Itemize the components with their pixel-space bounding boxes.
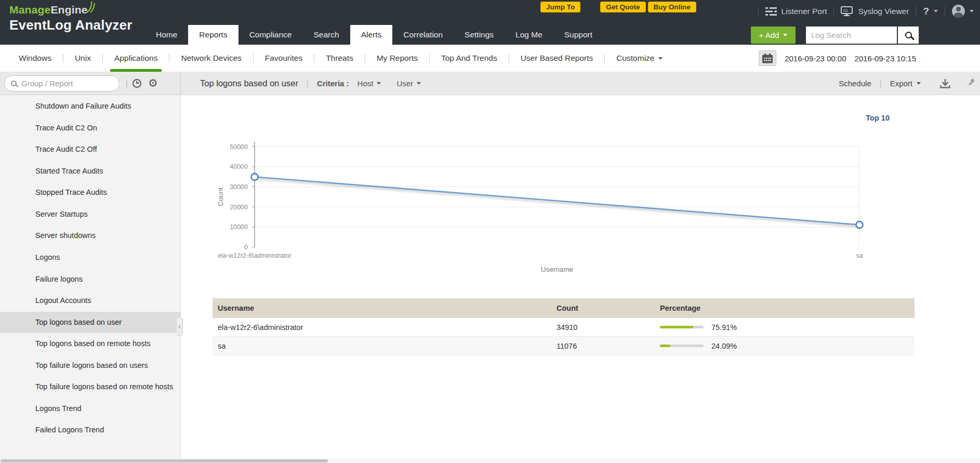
listener-port-label: Listener Port — [782, 7, 827, 16]
group-report-search-input[interactable] — [21, 79, 113, 88]
calendar-button[interactable] — [759, 50, 776, 66]
report-actions: Schedule | Export — [839, 72, 976, 95]
table-row[interactable]: ela-w12r2-6\administrator 34910 75.91% — [213, 318, 915, 337]
sidebar-item-top-logons-based-on-user[interactable]: Top logons based on user — [0, 312, 180, 334]
subnav-tab-unix[interactable]: Unix — [63, 45, 102, 72]
subnav-tab-label: Network Devices — [181, 54, 241, 63]
sidebar-item-logons[interactable]: Logons — [0, 247, 180, 269]
svg-text:30000: 30000 — [230, 183, 248, 191]
nav-tab-search[interactable]: Search — [303, 25, 350, 45]
chevron-down-icon — [417, 82, 421, 85]
subnav-tab-label: User Based Reports — [521, 54, 593, 63]
chevron-down-icon — [917, 82, 921, 85]
nav-tab-correlation[interactable]: Correlation — [392, 25, 454, 45]
report-category-nav: WindowsUnixApplicationsNetwork DevicesFa… — [0, 45, 980, 72]
log-search-input[interactable] — [806, 27, 897, 44]
svg-text:Count: Count — [217, 187, 224, 206]
export-dropdown[interactable]: Export — [890, 79, 921, 88]
report-sidebar: Shutdown and Failure AuditsTrace Audit C… — [0, 95, 181, 463]
promo-buy-online-button[interactable]: Buy Online — [648, 2, 696, 12]
percentage-bar-fill — [660, 326, 693, 328]
subnav-tab-threats[interactable]: Threats — [314, 45, 365, 72]
sidebar-item-trace-audit-c2-on[interactable]: Trace Audit C2 On — [0, 117, 180, 139]
date-to[interactable]: 2016-09-23 10:15 — [855, 54, 916, 63]
chevron-down-icon — [970, 10, 974, 12]
subnav-tab-network-devices[interactable]: Network Devices — [169, 45, 253, 72]
help-menu[interactable]: ? — [923, 6, 938, 17]
date-from[interactable]: 2016-09-23 00:00 — [785, 54, 846, 63]
subnav-tab-customize[interactable]: Customize — [605, 45, 674, 72]
nav-tab-log-me[interactable]: Log Me — [505, 25, 553, 45]
sidebar-item-top-logons-based-on-remote-hosts[interactable]: Top logons based on remote hosts — [0, 333, 180, 355]
sidebar-item-stopped-trace-audits[interactable]: Stopped Trace Audits — [0, 182, 180, 204]
subnav-tab-windows[interactable]: Windows — [7, 45, 63, 72]
criteria-user-dropdown[interactable]: User — [396, 79, 421, 88]
nav-tab-compliance[interactable]: Compliance — [239, 25, 303, 45]
schedule-button[interactable]: Schedule — [839, 79, 871, 88]
download-button[interactable] — [939, 78, 951, 89]
col-header-count: Count — [557, 304, 660, 312]
promo-get-quote-button[interactable]: Get Quote — [600, 2, 645, 12]
divider — [758, 6, 759, 16]
sidebar-item-server-shutdowns[interactable]: Server shutdowns — [0, 225, 180, 247]
table-row[interactable]: sa 11076 24.09% — [213, 337, 915, 355]
nav-tab-reports[interactable]: Reports — [188, 25, 238, 45]
sidebar-item-server-startups[interactable]: Server Startups — [0, 204, 180, 226]
subnav-tab-label: Unix — [75, 54, 91, 63]
subnav-tab-label: Top And Trends — [441, 54, 497, 63]
add-button-label: + Add — [759, 31, 779, 39]
group-report-search[interactable] — [4, 75, 120, 91]
horizontal-scrollbar[interactable] — [0, 459, 980, 463]
brand-name: ManageEngine — [9, 4, 88, 16]
sidebar-toolbar: | ⚙ — [0, 72, 181, 95]
sidebar-item-top-failure-logons-based-on-remote-hosts[interactable]: Top failure logons based on remote hosts — [0, 376, 180, 398]
sidebar-item-top-failure-logons-based-on-users[interactable]: Top failure logons based on users — [0, 355, 180, 377]
nav-tab-home[interactable]: Home — [145, 25, 188, 45]
sidebar-collapse-handle[interactable]: ‹ — [177, 317, 183, 336]
promo-jump-to-button[interactable]: Jump To — [540, 2, 580, 12]
sidebar-item-started-trace-audits[interactable]: Started Trace Audits — [0, 161, 180, 182]
user-avatar-icon — [952, 5, 965, 18]
nav-tab-settings[interactable]: Settings — [454, 25, 505, 45]
syslog-viewer-button[interactable]: 01 Syslog Viewer — [841, 6, 909, 16]
listener-port-button[interactable]: Listener Port — [765, 7, 827, 16]
add-button[interactable]: + Add — [751, 27, 796, 44]
sidebar-item-failure-logons[interactable]: Failure logons — [0, 269, 180, 290]
pin-button[interactable] — [965, 78, 976, 88]
sidebar-item-trace-audit-c2-off[interactable]: Trace Audit C2 Off — [0, 139, 180, 161]
subnav-tab-my-reports[interactable]: My Reports — [365, 45, 429, 72]
horizontal-scrollbar-thumb[interactable] — [1, 459, 328, 462]
product-name: EventLog Analyzer — [9, 17, 133, 33]
brand-engine: Engine — [50, 4, 87, 16]
logons-line-chart: 01000020000300004000050000ela-w12r2-6\ad… — [207, 117, 893, 278]
subnav-tab-user-based-reports[interactable]: User Based Reports — [509, 45, 605, 72]
nav-tab-support[interactable]: Support — [553, 25, 603, 45]
user-menu[interactable] — [952, 5, 974, 18]
subnav-tab-top-and-trends[interactable]: Top And Trends — [430, 45, 509, 72]
settings-gear-icon[interactable]: ⚙ — [148, 78, 158, 89]
content-area: Shutdown and Failure AuditsTrace Audit C… — [0, 95, 980, 463]
subnav-tab-applications[interactable]: Applications — [103, 45, 169, 72]
subnav-tab-favourites[interactable]: Favourites — [254, 45, 314, 72]
app-logo[interactable]: ManageEngine EventLog Analyzer — [9, 4, 133, 33]
app-window: ManageEngine EventLog Analyzer Jump ToGe… — [0, 0, 980, 463]
svg-text:Username: Username — [541, 266, 573, 273]
percentage-bar — [660, 345, 704, 347]
date-range-picker[interactable]: 2016-09-23 00:00 2016-09-23 10:15 — [759, 50, 916, 66]
sidebar-item-shutdown-and-failure-audits[interactable]: Shutdown and Failure Audits — [0, 96, 180, 117]
calendar-icon — [762, 54, 773, 63]
recent-reports-icon[interactable] — [133, 79, 141, 88]
syslog-viewer-label: Syslog Viewer — [858, 7, 909, 16]
criteria-host-dropdown[interactable]: Host — [357, 79, 381, 88]
cell-count: 34910 — [557, 323, 660, 332]
sidebar-item-logout-accounts[interactable]: Logout Accounts — [0, 290, 180, 312]
sidebar-item-failed-logons-trend[interactable]: Failed Logons Trend — [0, 419, 180, 441]
cell-username: sa — [213, 342, 557, 350]
log-search-submit-button[interactable] — [898, 27, 919, 44]
download-icon — [939, 78, 951, 89]
nav-tab-alerts[interactable]: Alerts — [350, 25, 393, 45]
report-header: Top logons based on user | Criteria : Ho… — [181, 72, 980, 95]
criteria-host-value: Host — [357, 79, 374, 88]
nav-actions: + Add — [751, 27, 919, 44]
sidebar-item-logons-trend[interactable]: Logons Trend — [0, 398, 180, 420]
